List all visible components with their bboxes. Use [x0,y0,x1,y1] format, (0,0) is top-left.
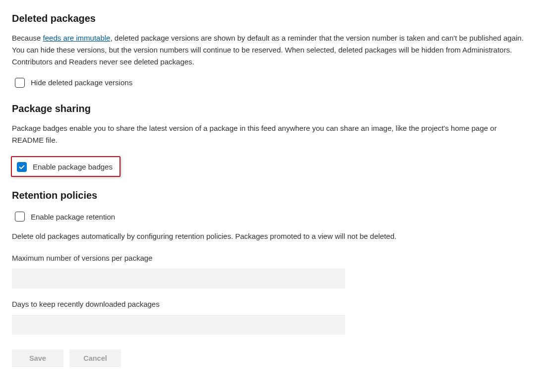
hide-deleted-checkbox[interactable] [15,78,25,88]
package-sharing-description: Package badges enable you to share the l… [12,122,528,146]
hide-deleted-checkbox-label[interactable]: Hide deleted package versions [31,77,132,88]
retention-policies-heading: Retention policies [12,188,531,203]
desc-text: Because [12,34,43,42]
highlight-annotation: Enable package badges [11,156,121,176]
retention-description: Delete old packages automatically by con… [12,230,528,242]
max-versions-input[interactable] [12,269,345,288]
deleted-packages-heading: Deleted packages [12,11,531,26]
feeds-immutable-link[interactable]: feeds are immutable [43,34,111,42]
enable-retention-checkbox-row: Enable package retention [12,209,531,224]
hide-deleted-checkbox-row: Hide deleted package versions [12,75,531,90]
enable-retention-checkbox[interactable] [15,212,25,222]
enable-badges-checkbox-row: Enable package badges [15,161,115,172]
cancel-button[interactable]: Cancel [69,349,121,367]
checkmark-icon [18,164,25,170]
days-keep-label: Days to keep recently downloaded package… [12,298,531,310]
enable-badges-checkbox-label[interactable]: Enable package badges [33,161,113,172]
button-row: Save Cancel [12,349,531,367]
deleted-packages-description: Because feeds are immutable, deleted pac… [12,32,528,68]
package-sharing-heading: Package sharing [12,101,531,116]
enable-retention-checkbox-label[interactable]: Enable package retention [31,211,115,223]
save-button[interactable]: Save [12,349,63,367]
max-versions-label: Maximum number of versions per package [12,252,531,264]
enable-badges-checkbox[interactable] [17,162,27,172]
days-keep-input[interactable] [12,315,345,335]
